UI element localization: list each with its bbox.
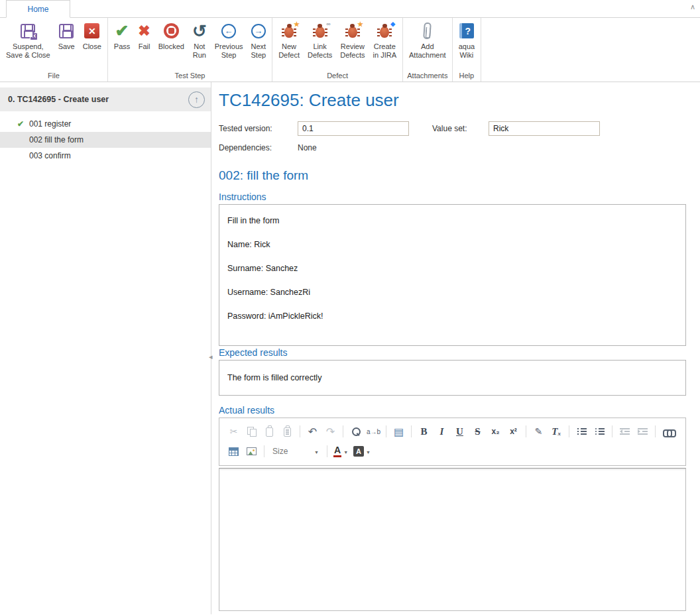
background-color-button[interactable]: A: [351, 443, 373, 459]
step-item-003-confirm[interactable]: 003 confirm: [0, 148, 211, 164]
link-icon[interactable]: [659, 423, 677, 439]
paperclip-shape-icon: [423, 23, 432, 40]
group-buttons-file: Suspend, Save & Close Save Close: [2, 19, 105, 71]
toolbar-separator: [386, 425, 386, 437]
group-label-file: File: [2, 71, 105, 82]
collapse-steps-button[interactable]: [188, 91, 205, 108]
aqua-wiki-button[interactable]: aqua Wiki: [455, 19, 479, 60]
collapse-panel-icon[interactable]: [209, 353, 213, 361]
review-defects-button[interactable]: ★ Review Defects: [336, 19, 369, 60]
instructions-box: Fill in the form Name: Rick Surname: San…: [219, 204, 686, 346]
button-label: Suspend, Save & Close: [6, 42, 50, 60]
select-all-icon[interactable]: ▤: [390, 423, 408, 439]
button-label: Pass: [114, 42, 130, 51]
step-item-label: 001 register: [29, 119, 71, 129]
blocked-button[interactable]: Blocked: [154, 19, 188, 51]
step-item-001-register[interactable]: 001 register: [0, 116, 211, 132]
rich-text-toolbar: ✂ ↶ ↷ a→b ▤ B I U S x₂ x² ✎: [219, 418, 686, 466]
floppy-disk-icon: [21, 24, 35, 38]
insert-image-icon[interactable]: [243, 443, 261, 459]
next-step-button[interactable]: Next Step: [247, 19, 270, 60]
suspend-x-badge-icon: [30, 32, 38, 40]
new-defect-bug-icon: ★: [284, 21, 294, 41]
stop-circle-icon: [164, 23, 179, 38]
tested-version-label: Tested version:: [219, 124, 298, 133]
remove-format-icon[interactable]: Tₓ: [548, 423, 565, 439]
insert-table-icon[interactable]: [225, 443, 243, 459]
toolbar-separator: [612, 425, 612, 437]
chevron-down-icon: [314, 447, 319, 456]
button-label: Blocked: [158, 42, 184, 51]
ribbon-group-help: aqua Wiki Help: [453, 18, 481, 82]
button-label: Not Run: [193, 42, 206, 60]
page-title: TC142695: Create user: [219, 90, 686, 111]
not-run-button[interactable]: Not Run: [188, 19, 211, 60]
numbered-list-icon[interactable]: [573, 423, 591, 439]
version-value-row: Tested version: Value set:: [219, 121, 686, 136]
group-label-test-step: Test Step: [110, 71, 270, 82]
strikethrough-icon[interactable]: S: [469, 423, 487, 439]
superscript-icon[interactable]: x²: [504, 423, 522, 439]
fail-button[interactable]: Fail: [134, 19, 154, 51]
instruction-line: Username: SanchezRi: [227, 280, 677, 304]
close-button[interactable]: Close: [79, 19, 105, 51]
main-panel: TC142695: Create user Tested version: Va…: [211, 82, 700, 614]
ribbon-collapse-icon[interactable]: [690, 3, 695, 11]
suspend-save-close-button[interactable]: Suspend, Save & Close: [2, 19, 54, 60]
tested-version-input[interactable]: [298, 121, 409, 136]
chevron-down-icon: [366, 447, 371, 456]
expected-results-text: The form is filled correctly: [227, 373, 321, 382]
instruction-line: Name: Rick: [227, 233, 677, 256]
copy-icon[interactable]: [243, 423, 261, 439]
tab-home[interactable]: Home: [6, 0, 70, 18]
italic-icon[interactable]: I: [433, 423, 451, 439]
pass-button[interactable]: Pass: [110, 19, 134, 51]
expected-results-label: Expected results: [219, 347, 686, 358]
link-defects-button[interactable]: ∞ Link Defects: [304, 19, 336, 60]
cut-icon[interactable]: ✂: [225, 423, 243, 439]
paste-plain-text-icon[interactable]: [278, 423, 296, 439]
bulleted-list-icon[interactable]: [591, 423, 609, 439]
link-badge-icon: ∞: [326, 21, 330, 27]
increase-indent-icon[interactable]: [634, 423, 652, 439]
outdent-lines-icon: [620, 427, 630, 435]
previous-step-button[interactable]: Previous Step: [211, 19, 247, 60]
chain-link-icon: [663, 429, 673, 435]
add-attachment-button[interactable]: Add Attachment: [405, 19, 450, 60]
step-title: 002: fill the form: [219, 168, 686, 183]
instruction-line: Password: iAmPickleRick!: [227, 304, 677, 328]
group-label-help: Help: [455, 71, 479, 82]
subscript-icon[interactable]: x₂: [487, 423, 504, 439]
save-button[interactable]: Save: [54, 19, 79, 51]
font-size-dropdown[interactable]: Size: [269, 444, 322, 459]
toolbar-separator: [411, 425, 412, 437]
paste-icon[interactable]: [261, 423, 278, 439]
pass-check-icon: [115, 21, 129, 41]
text-color-button[interactable]: A: [331, 443, 351, 459]
toolbar-separator: [264, 445, 264, 457]
previous-step-arrow-icon: [221, 21, 236, 41]
decrease-indent-icon[interactable]: [616, 423, 634, 439]
passed-check-icon: [17, 119, 24, 129]
new-defect-button[interactable]: ★ New Defect: [274, 19, 304, 60]
group-label-attachments: Attachments: [405, 71, 450, 82]
test-case-header: 0. TC142695 - Create user: [0, 87, 211, 111]
step-item-002-fill-the-form[interactable]: 002 fill the form: [0, 132, 211, 148]
button-label: aqua Wiki: [459, 42, 475, 60]
undo-icon[interactable]: ↶: [304, 423, 321, 439]
editor-content[interactable]: [219, 468, 686, 611]
ribbon-group-file: Suspend, Save & Close Save Close File: [0, 18, 108, 82]
bold-icon[interactable]: B: [415, 423, 433, 439]
redo-icon[interactable]: ↷: [321, 423, 339, 439]
ribbon-group-test-step: Pass Fail Blocked Not Run Previous Step …: [108, 18, 272, 82]
replace-icon[interactable]: a→b: [365, 423, 382, 439]
step-item-label: 002 fill the form: [29, 135, 84, 144]
test-steps-sidebar: 0. TC142695 - Create user 001 register 0…: [0, 82, 211, 614]
left-arrow-circle-icon: [221, 24, 236, 38]
next-step-arrow-icon: [251, 21, 266, 41]
find-icon[interactable]: [347, 423, 365, 439]
create-in-jira-button[interactable]: ◆ Create in JIRA: [369, 19, 400, 60]
underline-icon[interactable]: U: [451, 423, 469, 439]
copy-formatting-icon[interactable]: ✎: [530, 423, 548, 439]
value-set-input[interactable]: [489, 121, 600, 136]
